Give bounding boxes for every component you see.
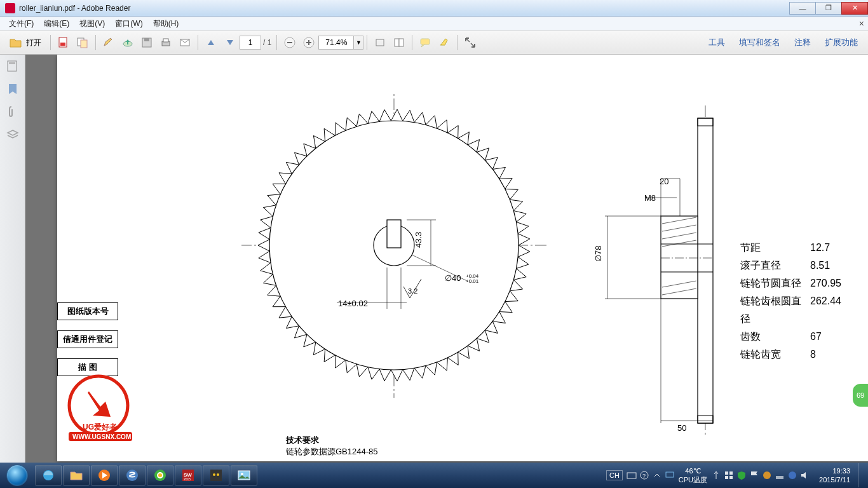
close-button[interactable]: ✕ (841, 2, 868, 15)
menu-file[interactable]: 文件(F) (4, 18, 39, 29)
menu-edit[interactable]: 编辑(E) (39, 18, 74, 29)
spec-pcd-label: 链轮节圆直径 (740, 274, 810, 292)
cpu-temp[interactable]: 46℃ CPU温度 (679, 466, 707, 484)
page-prev-button[interactable] (202, 34, 220, 51)
side-bubble[interactable]: 69 (853, 384, 868, 407)
layers-icon[interactable] (6, 128, 19, 141)
task-solidworks[interactable]: SW2015 (175, 465, 201, 485)
tray-keyboard-icon[interactable] (627, 470, 637, 480)
bookmark-icon[interactable] (6, 83, 19, 95)
spec-teeth-label: 齿数 (740, 328, 810, 346)
mail-icon (179, 37, 191, 48)
menu-window[interactable]: 窗口(W) (110, 18, 147, 29)
zoom-in-button[interactable] (300, 34, 318, 51)
svg-rect-88 (725, 471, 728, 475)
tray-clock[interactable]: 19:33 2015/7/11 (819, 466, 850, 484)
spec-width-label: 链轮齿宽 (740, 346, 810, 363)
svg-text:+0.01: +0.01 (466, 278, 479, 284)
maximize-button[interactable]: ❐ (815, 2, 842, 15)
task-360[interactable] (147, 465, 173, 485)
task-media[interactable] (91, 465, 118, 485)
svg-rect-87 (666, 472, 674, 477)
extended-link[interactable]: 扩展功能 (818, 37, 864, 48)
convert-button[interactable] (74, 34, 92, 51)
tray-usb-icon[interactable] (711, 470, 721, 480)
spec-pcd-value: 270.95 (810, 274, 855, 292)
printer-icon (160, 37, 172, 48)
tool-book-button[interactable] (390, 34, 408, 51)
menu-view[interactable]: 视图(V) (74, 18, 110, 29)
arrow-up-icon (207, 38, 215, 47)
attachment-icon[interactable] (6, 105, 19, 118)
print-button[interactable] (157, 34, 175, 51)
open-label: 打开 (26, 37, 41, 48)
spec-pitch-value: 12.7 (810, 239, 855, 257)
svg-point-94 (789, 471, 796, 479)
register-label: 借通用件登记 (57, 330, 118, 348)
plus-icon (303, 37, 315, 48)
menu-help[interactable]: 帮助(H) (148, 18, 184, 29)
temp-value: 46℃ (679, 466, 707, 475)
zoom-dropdown-icon[interactable]: ▼ (353, 36, 363, 50)
spec-width-value: 8 (810, 346, 855, 363)
cloud-up-icon (122, 37, 133, 48)
media-icon (97, 468, 111, 482)
sign-button[interactable] (100, 34, 118, 51)
create-pdf-button[interactable] (55, 34, 72, 51)
show-desktop-button[interactable] (858, 463, 863, 487)
fullscreen-button[interactable] (461, 34, 479, 51)
task-cat[interactable] (203, 465, 229, 485)
ime-indicator[interactable]: CH (606, 470, 623, 480)
page-next-button[interactable] (221, 34, 239, 51)
comment-link[interactable]: 注释 (788, 37, 817, 48)
zoom-input[interactable] (318, 36, 354, 50)
tray-flag-icon[interactable] (749, 470, 759, 480)
minimize-button[interactable]: — (789, 2, 816, 15)
comment-bubble-button[interactable] (416, 34, 434, 51)
svg-point-80 (213, 473, 215, 476)
spec-teeth-value: 67 (810, 328, 855, 346)
tray-shield-icon[interactable] (736, 470, 747, 480)
start-button[interactable] (0, 463, 34, 488)
tray-grid-icon[interactable] (724, 470, 734, 480)
fill-sign-link[interactable]: 填写和签名 (733, 37, 787, 48)
tray-help-icon[interactable]: ? (639, 470, 649, 480)
svg-rect-6 (144, 38, 149, 41)
tray-volume-icon[interactable] (800, 470, 810, 480)
pdf-page: 14±0.02 43.3 ∅40 +0.04 +0.01 3.2 (57, 55, 868, 461)
techreq-title: 技术要求 (286, 435, 378, 446)
clock-date: 2015/7/11 (819, 475, 850, 484)
cat-icon (209, 468, 223, 482)
sketch-label: 描 图 (57, 358, 118, 376)
menu-close-icon[interactable]: × (859, 18, 864, 29)
task-image[interactable] (231, 465, 257, 485)
tray-network-icon[interactable] (775, 470, 785, 480)
share-button[interactable] (119, 34, 137, 51)
minus-icon (284, 37, 295, 48)
page-number-input[interactable] (240, 36, 261, 50)
convert-icon (77, 37, 88, 48)
menu-bar: 文件(F) 编辑(E) 视图(V) 窗口(W) 帮助(H) × (0, 17, 868, 30)
tray-m-icon[interactable] (787, 470, 797, 480)
zoom-out-button[interactable] (281, 34, 299, 51)
svg-text:∅78: ∅78 (593, 246, 603, 262)
task-browser[interactable] (119, 465, 146, 485)
task-ie[interactable] (35, 465, 62, 485)
tool-select-button[interactable] (371, 34, 389, 51)
tools-link[interactable]: 工具 (702, 37, 731, 48)
thumbnails-icon[interactable] (6, 60, 19, 72)
open-button[interactable]: 打开 (4, 34, 46, 51)
tray-monitor-icon[interactable] (665, 470, 675, 480)
tray-arrow-icon[interactable] (652, 470, 662, 480)
svg-rect-16 (395, 39, 399, 46)
svg-text:∅40: ∅40 (445, 273, 461, 283)
save-button[interactable] (138, 34, 156, 51)
folder-icon (69, 468, 83, 482)
task-explorer[interactable] (63, 465, 90, 485)
document-viewport[interactable]: 14±0.02 43.3 ∅40 +0.04 +0.01 3.2 (25, 55, 868, 463)
tray-orange-icon[interactable] (762, 470, 772, 480)
email-button[interactable] (176, 34, 194, 51)
gear-front-view: 14±0.02 43.3 ∅40 +0.04 +0.01 3.2 (241, 93, 546, 398)
highlight-button[interactable] (435, 34, 453, 51)
temp-label: CPU温度 (679, 475, 707, 484)
